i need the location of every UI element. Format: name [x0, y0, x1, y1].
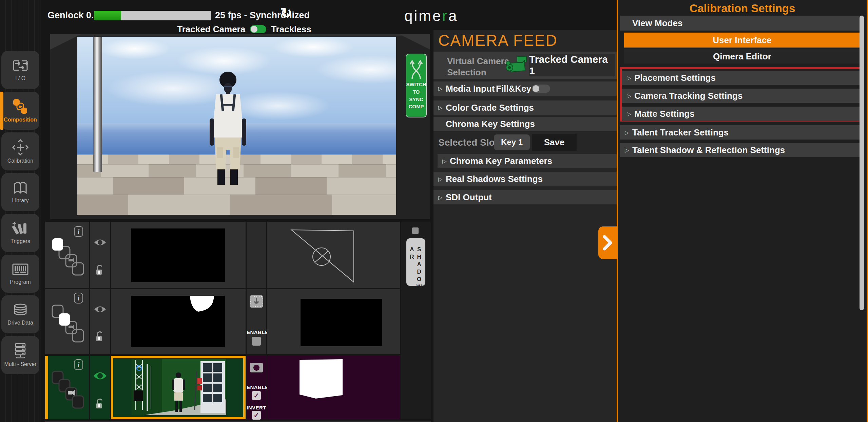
qimera-app: I / O Composition Calibration Library Tr…: [0, 0, 868, 422]
key-slot-select[interactable]: Key 1: [494, 134, 530, 150]
talent-shadow-settings-label: Talent Shadow & Reflection Settings: [632, 145, 785, 155]
chroma-params-row[interactable]: ▷ Chroma Key Parameters: [438, 154, 617, 168]
layer1-info-button[interactable]: i: [74, 226, 83, 237]
layer3-info-button[interactable]: i: [74, 359, 83, 370]
qimera-editor-button[interactable]: Qimera Editor: [624, 49, 860, 63]
layer1-thumbnail[interactable]: [131, 228, 225, 282]
media-input-row[interactable]: ▷ Media Input Fill&Key: [433, 81, 617, 96]
layer3-visibility-icon[interactable]: [93, 371, 107, 381]
user-interface-button[interactable]: User Interface: [624, 33, 860, 48]
view-modes-row[interactable]: View Modes: [620, 16, 861, 31]
sidebar-item-multi-server[interactable]: Multi - Server: [1, 336, 39, 374]
layer1-wireframe-cell[interactable]: [267, 222, 400, 288]
collapse-caret-icon[interactable]: ▷: [438, 105, 444, 111]
layer1-visibility-icon[interactable]: [94, 238, 107, 247]
sidebar-item-drive-data[interactable]: Drive Data: [1, 295, 39, 333]
talent-figure: [202, 71, 253, 185]
layer1-lock-icon[interactable]: [95, 264, 105, 276]
chevron-right-icon: [603, 235, 612, 251]
layer3-thumb-cell-selected[interactable]: [111, 356, 246, 419]
panel-scrollbar[interactable]: [860, 16, 864, 310]
layer2-type-cell[interactable]: i: [45, 289, 89, 354]
real-shadows-row[interactable]: ▷ Real Shadows Settings: [433, 172, 617, 186]
layer2-info-button[interactable]: i: [74, 293, 83, 304]
layer3-matte-cell: ENABLED ✓ INVERT ✓: [247, 356, 266, 419]
layer3-matte-preview-cell[interactable]: [267, 356, 400, 419]
composition-icon: [12, 98, 29, 115]
sidebar-item-calibration[interactable]: Calibration: [1, 132, 39, 170]
expand-panel-button[interactable]: [598, 226, 617, 259]
fill-key-toggle[interactable]: [532, 85, 550, 93]
layer2-thumb-cell[interactable]: [111, 289, 246, 354]
multi-server-icon: [12, 343, 29, 359]
layer1-type-cell[interactable]: i: [45, 222, 89, 288]
layer2-matte-cell: ENABLED: [247, 289, 266, 354]
placement-settings-row[interactable]: ▷ Placement Settings: [622, 71, 861, 85]
layer3-type-cell[interactable]: i: [45, 356, 89, 419]
matte-settings-row[interactable]: ▷ Matte Settings: [622, 107, 861, 121]
trackless-label: Trackless: [271, 24, 311, 35]
layer1-matte-cell: [247, 222, 266, 288]
switch-to-sync-comp-button[interactable]: SWITCH TO SYNC COMP: [406, 54, 427, 117]
preview-frame: [50, 34, 430, 219]
camera-tracking-settings-label: Camera Tracking Settings: [634, 91, 742, 101]
chroma-key-row[interactable]: Chroma Key Settings: [433, 117, 617, 131]
layer2-thumbnail[interactable]: [131, 296, 225, 347]
sdi-output-row[interactable]: ▷ SDI Output: [433, 190, 617, 204]
collapse-caret-icon[interactable]: ▷: [627, 75, 633, 81]
panel-border-right: [867, 0, 868, 422]
layer2-thumb2-cell[interactable]: [267, 289, 400, 354]
qimera-logo: qimera: [404, 7, 458, 24]
real-shadows-label: Real Shadows Settings: [446, 174, 543, 184]
talent-tracker-settings-label: Talent Tracker Settings: [632, 127, 729, 138]
save-button[interactable]: Save: [532, 134, 577, 151]
collapse-caret-icon[interactable]: ▷: [442, 158, 448, 164]
placement-settings-label: Placement Settings: [634, 73, 716, 83]
sidebar-item-library[interactable]: Library: [1, 173, 39, 211]
collapse-caret-icon[interactable]: ▷: [625, 147, 631, 153]
calibration-title: Calibration Settings: [618, 2, 867, 15]
greenscreen-thumbnail[interactable]: [132, 359, 226, 415]
talent-tracker-settings-row[interactable]: ▷ Talent Tracker Settings: [620, 125, 861, 140]
ar-shadow-label-col1: A R: [410, 246, 414, 286]
color-grade-row[interactable]: ▷ Color Grade Settings: [433, 100, 617, 115]
collapse-caret-icon[interactable]: ▷: [438, 86, 444, 92]
toggle-knob: [533, 85, 539, 92]
camera-tracking-settings-row[interactable]: ▷ Camera Tracking Settings: [622, 89, 861, 103]
layer2-visibility-icon[interactable]: [94, 305, 107, 314]
refresh-sync-icon[interactable]: ↻: [280, 5, 292, 21]
layer2-thumbnail-2[interactable]: [301, 299, 382, 346]
selected-row-indicator: [45, 356, 48, 419]
layer2-enabled-checkbox[interactable]: [252, 337, 261, 346]
ellipse-matte-icon[interactable]: [250, 363, 263, 373]
sidebar-item-io[interactable]: I / O: [1, 51, 39, 89]
collapse-caret-icon[interactable]: ▷: [627, 111, 633, 117]
garbage-matte-icon[interactable]: [249, 295, 264, 309]
virtual-camera-select[interactable]: Tracked Camera 1: [529, 54, 615, 76]
sidebar-item-program[interactable]: Program: [1, 255, 39, 293]
collapse-caret-icon[interactable]: ▷: [438, 194, 444, 201]
collapse-caret-icon[interactable]: ▷: [627, 93, 633, 99]
layer3-lock-icon[interactable]: [95, 398, 105, 409]
ar-shadow-button[interactable]: A R S H A D O W: [406, 238, 425, 286]
sidebar-item-triggers[interactable]: Triggers: [1, 214, 39, 252]
color-grade-label: Color Grade Settings: [446, 103, 534, 113]
triggers-icon: [12, 221, 29, 236]
camera-mode-toggle[interactable]: [250, 25, 266, 33]
drive-data-icon: [12, 303, 29, 318]
sidebar-item-composition[interactable]: Composition: [1, 92, 39, 130]
io-icon: [12, 58, 29, 73]
ar-shadow-checkbox[interactable]: [412, 227, 419, 234]
layer3-invert-checkbox[interactable]: ✓: [252, 411, 261, 420]
layer1-thumb-cell[interactable]: [111, 222, 246, 288]
layer2-lock-icon[interactable]: [95, 331, 105, 342]
talent-shadow-settings-row[interactable]: ▷ Talent Shadow & Reflection Settings: [620, 143, 861, 157]
chroma-params-label: Chroma Key Parameters: [450, 156, 552, 166]
sdi-output-label: SDI Output: [446, 192, 492, 203]
layer3-enabled-checkbox[interactable]: ✓: [252, 391, 261, 400]
camera-preview[interactable]: [77, 37, 396, 215]
collapse-caret-icon[interactable]: ▷: [625, 129, 631, 136]
sidebar-item-label: Multi - Server: [4, 361, 36, 367]
camera-feed-panel: CAMERA FEED Virtual Camera Selection Tra…: [433, 30, 617, 422]
collapse-caret-icon[interactable]: ▷: [438, 176, 444, 182]
